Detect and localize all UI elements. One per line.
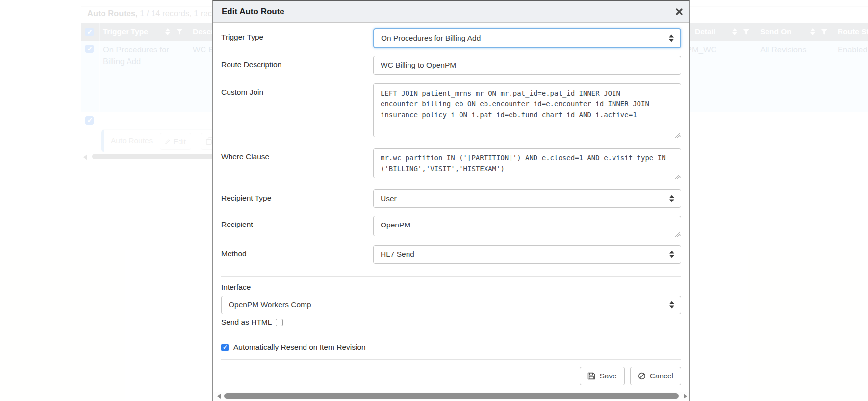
close-icon xyxy=(676,8,683,15)
dialog-title: Edit Auto Route xyxy=(213,7,284,17)
resize-grip-icon[interactable] xyxy=(674,174,680,179)
trigger-type-select[interactable]: On Procedures for Billing Add xyxy=(373,28,681,48)
edit-auto-route-dialog: Edit Auto Route Trigger Type On Procedur… xyxy=(212,0,690,401)
dialog-footer: Save Cancel xyxy=(221,367,681,385)
auto-resend-label: Automatically Resend on Item Revision xyxy=(233,343,366,351)
screen: Auto Routes, 1 / 14 records, 1 record Tr… xyxy=(0,0,868,401)
route-description-label: Route Description xyxy=(221,56,373,69)
cancel-button-label: Cancel xyxy=(650,372,673,380)
route-description-input[interactable] xyxy=(373,56,681,75)
method-label: Method xyxy=(221,245,373,258)
select-arrows-icon xyxy=(669,301,674,309)
recipient-type-select[interactable]: User xyxy=(373,189,681,208)
section-divider xyxy=(221,276,681,277)
save-button-label: Save xyxy=(599,372,616,380)
scroll-left-arrow[interactable] xyxy=(217,394,221,399)
select-arrows-icon xyxy=(669,195,674,202)
horizontal-scrollbar-thumb[interactable] xyxy=(224,393,679,399)
floppy-disk-icon xyxy=(587,372,595,380)
interface-value: OpenPM Workers Comp xyxy=(229,301,311,309)
custom-join-textarea[interactable]: LEFT JOIN patient_mrns mr ON mr.pat_id=e… xyxy=(373,83,681,137)
interface-select[interactable]: OpenPM Workers Comp xyxy=(221,296,681,314)
resize-grip-icon[interactable] xyxy=(674,231,680,237)
method-select[interactable]: HL7 Send xyxy=(373,245,681,264)
recipient-type-label: Recipient Type xyxy=(221,189,373,202)
save-button[interactable]: Save xyxy=(580,367,624,385)
footer-divider xyxy=(221,359,681,360)
scroll-right-arrow[interactable] xyxy=(684,394,687,399)
select-arrows-icon xyxy=(669,251,674,258)
resize-grip-icon[interactable] xyxy=(674,132,680,138)
interface-label: Interface xyxy=(221,283,681,292)
dialog-header: Edit Auto Route xyxy=(213,1,689,23)
send-as-html-checkbox[interactable] xyxy=(276,319,283,326)
select-arrows-icon xyxy=(669,35,674,42)
recipient-label: Recipient xyxy=(221,216,373,229)
where-clause-textarea[interactable]: mr.wc_partition IN ('[PARTITION]') AND e… xyxy=(373,148,681,178)
dialog-horizontal-scrollbar xyxy=(213,392,689,400)
recipient-type-value: User xyxy=(381,194,397,203)
cancel-button[interactable]: Cancel xyxy=(630,367,681,385)
recipient-textarea[interactable]: OpenPM xyxy=(373,216,681,236)
custom-join-label: Custom Join xyxy=(221,83,373,97)
where-clause-label: Where Clause xyxy=(221,148,373,161)
trigger-type-value: On Procedures for Billing Add xyxy=(381,34,481,43)
dialog-body: Trigger Type On Procedures for Billing A… xyxy=(213,24,689,385)
auto-resend-checkbox[interactable] xyxy=(221,344,229,351)
close-button[interactable] xyxy=(668,1,689,22)
send-as-html-label: Send as HTML xyxy=(221,318,272,326)
trigger-type-label: Trigger Type xyxy=(221,28,373,42)
method-value: HL7 Send xyxy=(381,250,414,259)
no-entry-icon xyxy=(638,372,646,380)
